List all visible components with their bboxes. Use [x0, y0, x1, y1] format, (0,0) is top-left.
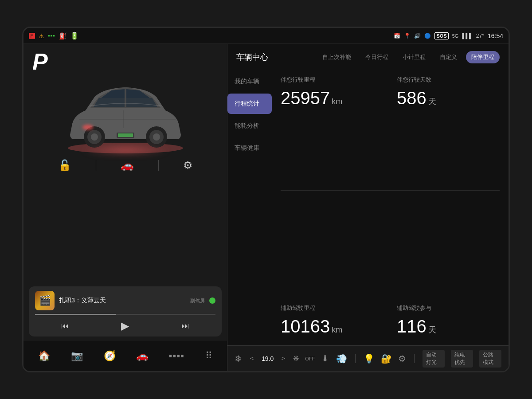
ctrl-divider-2 [414, 354, 415, 363]
temp-up[interactable]: ＞ [280, 354, 287, 363]
assist-distance-label: 辅助驾驶里程 [281, 304, 383, 312]
main-content: P [23, 44, 509, 371]
music-progress[interactable] [35, 314, 215, 315]
tab-since-charge[interactable]: 自上次补能 [317, 51, 356, 63]
light-icon[interactable]: 💡 [364, 353, 375, 364]
car-controls: 🔓 🚗 ⚙ [28, 155, 223, 176]
assist-days-value: 116天 [397, 317, 500, 336]
bottom-nav: 🏠 📷 🧭 🚗 ▪▪▪▪ ⠿ [23, 340, 227, 371]
svg-rect-9 [118, 133, 133, 137]
signal-icon: ▌▌▌ [462, 33, 472, 39]
calendar-icon: 📅 [394, 33, 400, 39]
network-label: 5G [452, 33, 459, 39]
road-mode-label[interactable]: 公路模式 [479, 350, 501, 368]
music-player: 🎬 扎职3：义薄云天 副驾屏 ⏮ ▶ ⏭ [29, 286, 222, 336]
nav-my-vehicle[interactable]: 我的车辆 [227, 71, 272, 92]
tab-companion[interactable]: 陪伴里程 [466, 51, 500, 63]
ac-icon[interactable]: ❄ [235, 353, 242, 364]
sidebar-nav: 我的车辆 行程统计 能耗分析 车辆健康 [227, 67, 272, 345]
assist-distance-value: 10163km [281, 317, 383, 336]
accompany-days-value: 586天 [397, 88, 500, 108]
screen-tag: 副驾屏 [190, 297, 205, 304]
door-lock-icon[interactable]: 🔐 [381, 353, 392, 364]
stats-separator [281, 190, 500, 191]
ev-priority-label[interactable]: 纯电优先 [451, 350, 473, 368]
nav-home[interactable]: 🏠 [34, 348, 55, 364]
temperature-label: 27° [476, 33, 484, 39]
nav-car[interactable]: 🚗 [132, 348, 153, 364]
temp-display: 19.0 [262, 355, 274, 362]
ctrl-divider-1 [355, 354, 356, 363]
park-indicator: P [32, 48, 48, 75]
next-button[interactable]: ⏭ [181, 321, 189, 331]
battery-icon: 🔋 [70, 31, 79, 40]
nav-apps-2[interactable]: ⠿ [201, 348, 217, 364]
prev-button[interactable]: ⏮ [61, 321, 69, 331]
volume-icon: 🔊 [414, 33, 421, 39]
svg-point-3 [91, 133, 98, 141]
right-panel: 车辆中心 自上次补能 今日行程 小计里程 自定义 陪伴里程 我的车辆 行程统计 … [227, 44, 509, 371]
heat-icon[interactable]: 🌡 [321, 353, 330, 364]
time-display: 16:54 [488, 32, 503, 39]
left-panel: P [23, 44, 227, 371]
status-bar: 🅿 ⚠ ▪▪▪ ⛽ 🔋 📅 📍 🔊 🔵 SOS 5G ▌▌▌ 27° 16:54 [23, 28, 509, 44]
tab-today-trip[interactable]: 今日行程 [360, 51, 394, 63]
accompany-distance-block: 伴您行驶里程 25957km [281, 76, 383, 177]
music-title: 扎职3：义薄云天 [59, 297, 186, 305]
svg-point-7 [82, 125, 93, 130]
right-header-row: 车辆中心 自上次补能 今日行程 小计里程 自定义 陪伴里程 [227, 44, 509, 67]
sos-label: SOS [434, 32, 448, 39]
fan-icon[interactable]: ❋ [293, 354, 299, 363]
bluetooth-icon: 🔵 [424, 33, 431, 39]
fuel-icon: ⛽ [59, 32, 66, 39]
nav-trip-stats[interactable]: 行程统计 [227, 94, 272, 114]
nav-map[interactable]: 🧭 [99, 348, 120, 364]
vehicle-center-title: 车辆中心 [236, 52, 268, 63]
svg-point-6 [153, 133, 160, 141]
music-controls: ⏮ ▶ ⏭ [35, 320, 215, 332]
stats-content: 伴您行驶里程 25957km 伴您行驶天数 586天 [272, 67, 509, 345]
car-glow [81, 146, 170, 155]
accompany-distance-label: 伴您行驶里程 [281, 76, 383, 84]
music-progress-fill [35, 314, 116, 315]
warning-icon: ⚠ [39, 32, 44, 39]
screen: 🅿 ⚠ ▪▪▪ ⛽ 🔋 📅 📍 🔊 🔵 SOS 5G ▌▌▌ 27° 16:54… [22, 27, 510, 372]
door-icon[interactable]: 🚗 [121, 159, 134, 172]
bottom-control-bar: ❄ ＜ 19.0 ＞ ❋ OFF 🌡 💨 💡 🔐 ⚙ 自动灯光 纯电优先 公路模… [227, 345, 509, 371]
nav-health[interactable]: 车辆健康 [227, 138, 272, 158]
parking-icon: 🅿 [29, 32, 35, 39]
car-container [55, 66, 196, 155]
accompany-distance-value: 25957km [281, 88, 383, 108]
music-info-row: 🎬 扎职3：义薄云天 副驾屏 [35, 291, 215, 310]
nav-apps-1[interactable]: ▪▪▪▪ [164, 348, 189, 364]
music-thumbnail: 🎬 [35, 291, 55, 310]
fan-label: OFF [305, 356, 315, 361]
tab-trip-meter[interactable]: 小计里程 [397, 51, 431, 63]
speed-icon: ▪▪▪ [48, 32, 55, 39]
music-dot [209, 297, 215, 304]
divider-1 [96, 160, 96, 171]
content-area: 我的车辆 行程统计 能耗分析 车辆健康 伴您行驶里程 25957km [227, 67, 509, 345]
lock-icon[interactable]: 🔓 [58, 159, 71, 172]
assist-days-label: 辅助驾驶参与 [397, 304, 500, 312]
settings-icon-2[interactable]: ⚙ [398, 353, 406, 364]
temp-down[interactable]: ＜ [248, 354, 255, 363]
assist-distance-block: 辅助驾驶里程 10163km [281, 304, 383, 336]
divider-2 [158, 160, 159, 171]
assist-days-block: 辅助驾驶参与 116天 [397, 304, 500, 336]
play-button[interactable]: ▶ [121, 320, 129, 332]
vehicle-display: P [23, 44, 227, 286]
status-bar-left: 🅿 ⚠ ▪▪▪ ⛽ 🔋 [29, 31, 79, 40]
status-bar-right: 📅 📍 🔊 🔵 SOS 5G ▌▌▌ 27° 16:54 [394, 32, 503, 39]
nav-camera[interactable]: 📷 [66, 348, 87, 364]
settings-icon[interactable]: ⚙ [183, 159, 193, 172]
location-icon: 📍 [404, 33, 411, 39]
music-title-area: 扎职3：义薄云天 [59, 297, 186, 305]
accompany-days-block: 伴您行驶天数 586天 [397, 76, 500, 177]
tab-bar: 自上次补能 今日行程 小计里程 自定义 陪伴里程 [317, 49, 500, 65]
nav-energy[interactable]: 能耗分析 [227, 116, 272, 136]
defrost-icon[interactable]: 💨 [336, 353, 347, 364]
accompany-days-label: 伴您行驶天数 [397, 76, 500, 84]
auto-light-label[interactable]: 自动灯光 [422, 350, 445, 368]
tab-custom[interactable]: 自定义 [434, 51, 462, 63]
